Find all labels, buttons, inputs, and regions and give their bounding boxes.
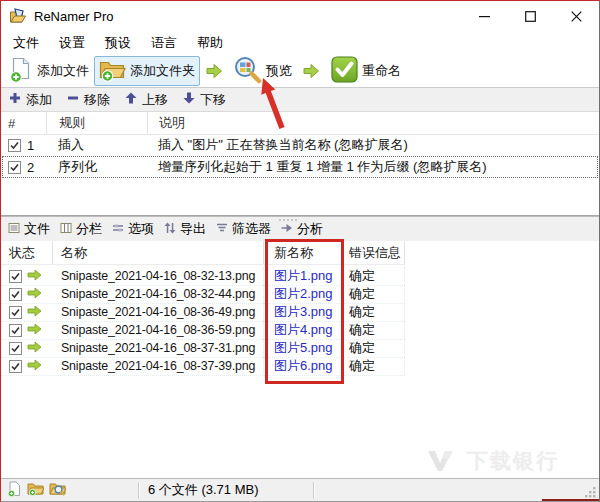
- statusbar-add-file-icon[interactable]: [7, 481, 22, 500]
- rule-move-down-button[interactable]: 下移: [183, 91, 226, 109]
- rename-check-icon: [331, 56, 358, 86]
- rules-toolbar: 添加 移除 上移 下移: [1, 88, 599, 112]
- add-file-icon: [9, 57, 33, 86]
- status-arrow-icon: [27, 305, 42, 320]
- add-files-button[interactable]: 添加文件: [4, 56, 94, 86]
- close-button[interactable]: [553, 1, 599, 31]
- menu-bar: 文件 设置 预设 语言 帮助: [1, 31, 600, 55]
- rename-button[interactable]: 重命名: [326, 56, 406, 86]
- menu-file[interactable]: 文件: [3, 31, 49, 55]
- rule-checkbox[interactable]: [8, 139, 21, 152]
- status-arrow-icon: [27, 269, 42, 284]
- rules-col-num[interactable]: #: [1, 112, 47, 134]
- rule-add-button[interactable]: 添加: [9, 91, 52, 109]
- status-bar: 6 个文件 (3.71 MB): [1, 478, 599, 501]
- tab-options[interactable]: 选项: [110, 217, 162, 241]
- rule-move-up-button[interactable]: 上移: [125, 91, 168, 109]
- status-arrow-icon: [27, 287, 42, 302]
- file-new-name: 图片6.png: [264, 357, 344, 375]
- tab-files[interactable]: 文件: [6, 217, 58, 241]
- file-error: 确定: [344, 321, 405, 339]
- rule-description: 增量序列化起始于 1 重复 1 增量 1 作为后缀 (忽略扩展名): [148, 158, 598, 176]
- files-col-name[interactable]: 名称: [53, 241, 264, 264]
- rules-col-desc[interactable]: 说明: [148, 112, 599, 134]
- add-folders-button[interactable]: 添加文件夹: [94, 56, 200, 86]
- resize-grip-icon[interactable]: [584, 486, 597, 499]
- flow-arrow-icon: [303, 63, 320, 79]
- add-files-label: 添加文件: [37, 62, 89, 80]
- rule-move-down-label: 下移: [200, 91, 226, 109]
- file-row[interactable]: Snipaste_2021-04-16_08-32-13.png 图片1.png…: [1, 267, 405, 286]
- file-row[interactable]: Snipaste_2021-04-16_08-32-44.png 图片2.png…: [1, 285, 405, 304]
- minimize-button[interactable]: [461, 1, 507, 31]
- filter-icon: [216, 222, 228, 237]
- file-checkbox[interactable]: [9, 306, 22, 319]
- file-row[interactable]: Snipaste_2021-04-16_08-37-39.png 图片6.png…: [1, 357, 405, 376]
- rules-header: # 规则 说明: [1, 112, 599, 135]
- app-window: ReNamer Pro 文件 设置 预设 语言 帮助: [0, 0, 600, 502]
- up-arrow-icon: [125, 92, 137, 107]
- columns-icon: [60, 222, 72, 237]
- file-new-name: 图片2.png: [264, 285, 344, 303]
- file-checkbox[interactable]: [9, 342, 22, 355]
- analyze-icon: [281, 222, 293, 237]
- maximize-button[interactable]: [507, 1, 553, 31]
- file-name: Snipaste_2021-04-16_08-36-59.png: [53, 321, 264, 339]
- files-panel: 状态 名称 新名称 错误信息 Snipaste_2021-04-16_08-32…: [1, 241, 599, 478]
- statusbar-separator: [313, 482, 314, 499]
- app-icon: [9, 8, 27, 24]
- watermark-logo: [428, 449, 458, 474]
- rule-remove-label: 移除: [84, 91, 110, 109]
- files-col-status[interactable]: 状态: [1, 241, 53, 264]
- tab-filters[interactable]: 筛选器: [214, 217, 279, 241]
- menu-presets[interactable]: 预设: [95, 31, 141, 55]
- files-col-error[interactable]: 错误信息: [344, 241, 405, 264]
- preview-label: 预览: [266, 62, 292, 80]
- statusbar-add-folder-icon[interactable]: [27, 481, 44, 499]
- rule-checkbox[interactable]: [8, 161, 21, 174]
- rule-remove-button[interactable]: 移除: [67, 91, 110, 109]
- rule-row[interactable]: 2 序列化 增量序列化起始于 1 重复 1 增量 1 作为后缀 (忽略扩展名): [2, 156, 598, 178]
- menu-language[interactable]: 语言: [141, 31, 187, 55]
- add-folders-label: 添加文件夹: [130, 62, 195, 80]
- file-checkbox[interactable]: [9, 270, 22, 283]
- rule-add-label: 添加: [26, 91, 52, 109]
- file-checkbox[interactable]: [9, 324, 22, 337]
- rule-number: 1: [27, 138, 34, 153]
- menu-help[interactable]: 帮助: [187, 31, 233, 55]
- tab-columns[interactable]: 分栏: [58, 217, 110, 241]
- files-col-new-name[interactable]: 新名称: [264, 241, 344, 264]
- view-tabbar: 文件 分栏 选项 导出 筛选器: [1, 216, 599, 241]
- file-row[interactable]: Snipaste_2021-04-16_08-36-59.png 图片4.png…: [1, 321, 405, 340]
- statusbar-folder-search-icon[interactable]: [49, 481, 66, 499]
- preview-button[interactable]: 预览: [229, 56, 297, 86]
- rule-row[interactable]: 1 插入 插入 "图片" 正在替换当前名称 (忽略扩展名): [2, 134, 598, 156]
- splitter-grip[interactable]: [279, 219, 297, 221]
- file-row[interactable]: Snipaste_2021-04-16_08-36-49.png 图片3.png…: [1, 303, 405, 322]
- file-row[interactable]: Snipaste_2021-04-16_08-37-31.png 图片5.png…: [1, 339, 405, 358]
- status-arrow-icon: [27, 359, 42, 374]
- file-error: 确定: [344, 303, 405, 321]
- watermark-text: 下载银行: [467, 447, 559, 475]
- file-error: 确定: [344, 285, 405, 303]
- file-checkbox[interactable]: [9, 288, 22, 301]
- file-checkbox[interactable]: [9, 360, 22, 373]
- preview-magnifier-icon: [234, 56, 262, 87]
- rule-number: 2: [27, 160, 34, 175]
- flow-arrow-icon: [206, 63, 223, 79]
- rules-col-rule[interactable]: 规则: [47, 112, 148, 134]
- file-name: Snipaste_2021-04-16_08-36-49.png: [53, 303, 264, 321]
- file-name: Snipaste_2021-04-16_08-32-13.png: [53, 267, 264, 285]
- list-icon: [8, 222, 20, 237]
- plus-icon: [9, 92, 21, 107]
- menu-settings[interactable]: 设置: [49, 31, 95, 55]
- rename-label: 重命名: [362, 62, 401, 80]
- add-folder-icon: [99, 57, 126, 85]
- tab-export[interactable]: 导出: [162, 217, 214, 241]
- minus-icon: [67, 92, 79, 107]
- rule-description: 插入 "图片" 正在替换当前名称 (忽略扩展名): [148, 136, 598, 154]
- file-name: Snipaste_2021-04-16_08-37-31.png: [53, 339, 264, 357]
- status-arrow-icon: [27, 323, 42, 338]
- title-bar: ReNamer Pro: [1, 1, 599, 31]
- file-new-name: 图片3.png: [264, 303, 344, 321]
